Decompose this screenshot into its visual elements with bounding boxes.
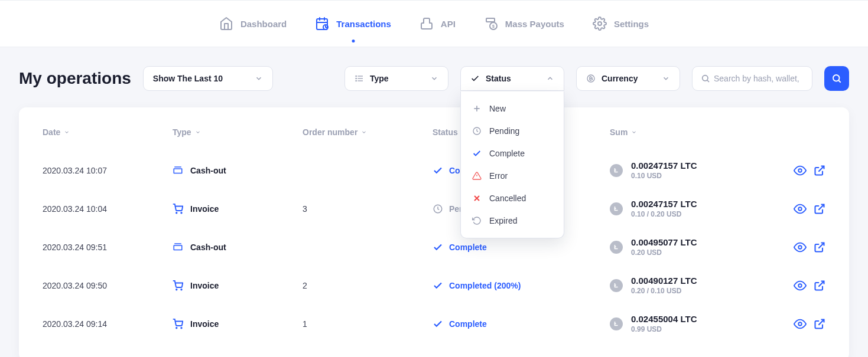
open-button[interactable] — [814, 165, 825, 176]
table-row: 2020.03.24 09:51 Cash-out Complete 0.004… — [43, 228, 825, 266]
cell-status: Complete — [433, 319, 610, 329]
svg-point-32 — [181, 212, 182, 214]
status-option-expired[interactable]: Expired — [461, 209, 564, 232]
sum-fiat: 0.20 USD — [631, 248, 697, 257]
status-option-new[interactable]: New — [461, 97, 564, 120]
open-button[interactable] — [814, 280, 825, 292]
select-label: Currency — [602, 74, 638, 83]
svg-point-40 — [798, 284, 802, 287]
search-input[interactable] — [714, 74, 812, 83]
select-label: Show The Last 10 — [153, 74, 223, 83]
calendar-icon — [315, 17, 329, 31]
sum-crypto: 0.00490127 LTC — [631, 276, 697, 286]
sum-crypto: 0.00247157 LTC — [631, 161, 697, 171]
col-label: Order number — [303, 127, 357, 137]
warning-icon — [472, 171, 482, 181]
cell-sum: 0.00247157 LTC 0.10 USD — [610, 161, 697, 180]
nav-api[interactable]: API — [420, 17, 456, 31]
check-icon — [433, 242, 443, 253]
option-label: Cancelled — [489, 194, 526, 203]
status-option-pending[interactable]: Pending — [461, 120, 564, 142]
chevron-down-icon — [430, 74, 438, 83]
svg-point-27 — [833, 75, 840, 81]
col-order[interactable]: Order number — [303, 127, 433, 137]
cell-sum: 0.02455004 LTC 0.99 USD — [610, 314, 697, 333]
payouts-icon: $ — [484, 17, 498, 31]
sum-crypto: 0.02455004 LTC — [631, 314, 697, 324]
chevron-down-icon — [64, 129, 70, 135]
view-button[interactable] — [794, 164, 807, 177]
sum-fiat: 0.10 / 0.20 USD — [631, 210, 697, 218]
view-button[interactable] — [794, 317, 807, 330]
refresh-icon — [472, 215, 482, 226]
cell-date: 2020.03.24 09:51 — [43, 243, 173, 252]
svg-point-31 — [176, 212, 177, 214]
cell-order: 1 — [303, 319, 433, 329]
svg-point-16 — [356, 80, 356, 81]
table-row: 2020.03.24 10:04 Invoice 3 Pending 0.002… — [43, 189, 825, 228]
view-button[interactable] — [794, 202, 807, 215]
cart-icon — [173, 319, 183, 329]
open-button[interactable] — [814, 318, 825, 330]
status-label: Complete — [449, 319, 487, 329]
x-icon — [472, 193, 482, 204]
chevron-up-icon — [546, 74, 554, 83]
sum-crypto: 0.00495077 LTC — [631, 237, 697, 247]
chevron-down-icon — [361, 129, 367, 135]
option-label: Complete — [489, 149, 525, 158]
status-option-cancelled[interactable]: Cancelled — [461, 187, 564, 209]
search-field[interactable] — [692, 66, 812, 91]
status-label: Complete — [449, 243, 487, 252]
svg-line-37 — [818, 243, 824, 248]
cell-type: Invoice — [173, 280, 303, 291]
svg-rect-7 — [486, 18, 495, 22]
col-label: Status — [433, 127, 458, 137]
cell-date: 2020.03.24 10:07 — [43, 166, 173, 175]
currency-select[interactable]: Currency — [576, 66, 680, 91]
open-button[interactable] — [814, 241, 825, 253]
type-label: Invoice — [190, 319, 219, 329]
svg-point-29 — [798, 169, 802, 172]
col-date[interactable]: Date — [43, 127, 173, 137]
type-label: Cash-out — [190, 166, 226, 175]
status-option-error[interactable]: Error — [461, 165, 564, 187]
table-row: 2020.03.24 09:50 Invoice 2 Completed (20… — [43, 266, 825, 304]
nav-settings[interactable]: Settings — [593, 17, 649, 31]
chevron-down-icon — [195, 129, 201, 135]
cell-status: Completed (200%) — [433, 280, 610, 291]
wallet-icon — [173, 242, 183, 253]
nav-transactions[interactable]: Transactions — [315, 17, 391, 31]
status-select[interactable]: Status New Pending — [460, 66, 564, 91]
list-icon — [355, 74, 364, 83]
svg-point-38 — [176, 289, 177, 290]
view-button[interactable] — [794, 279, 807, 292]
search-button[interactable] — [824, 66, 849, 91]
select-label: Type — [370, 74, 389, 83]
svg-point-25 — [703, 76, 708, 81]
svg-line-28 — [838, 80, 840, 82]
page-title: My operations — [19, 69, 131, 88]
nav-label: Mass Payouts — [505, 19, 564, 29]
status-option-complete[interactable]: Complete — [461, 142, 564, 165]
sum-fiat: 0.99 USD — [631, 325, 697, 333]
nav-mass-payouts[interactable]: $ Mass Payouts — [484, 17, 564, 31]
open-button[interactable] — [814, 203, 825, 215]
cell-type: Cash-out — [173, 165, 303, 176]
show-last-select[interactable]: Show The Last 10 — [143, 66, 273, 91]
nav-dashboard[interactable]: Dashboard — [219, 17, 287, 31]
cell-type: Invoice — [173, 204, 303, 214]
col-type[interactable]: Type — [173, 127, 303, 137]
cell-sum: 0.00247157 LTC 0.10 / 0.20 USD — [610, 199, 697, 218]
svg-point-39 — [181, 289, 182, 290]
chevron-down-icon — [662, 74, 670, 83]
col-sum[interactable]: Sum — [610, 127, 637, 137]
view-button[interactable] — [794, 241, 807, 254]
sum-fiat: 0.20 / 0.10 USD — [631, 287, 697, 295]
type-select[interactable]: Type — [344, 66, 448, 91]
cart-icon — [173, 280, 183, 291]
status-dropdown: New Pending Complete — [460, 91, 564, 238]
svg-line-35 — [818, 204, 824, 209]
table-row: 2020.03.24 09:14 Invoice 1 Complete 0.02… — [43, 304, 825, 343]
option-label: Expired — [489, 216, 517, 225]
svg-point-15 — [356, 78, 356, 78]
